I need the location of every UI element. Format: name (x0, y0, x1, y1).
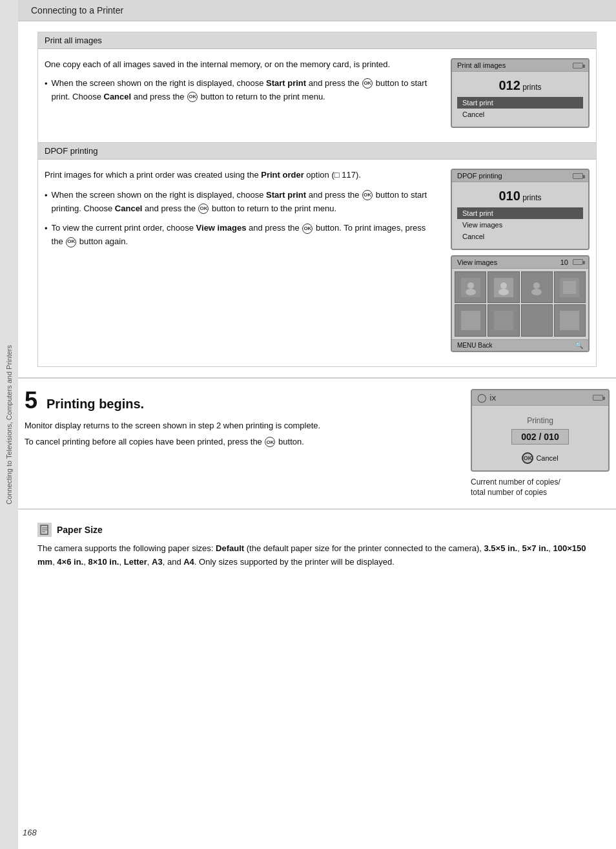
header-title: Connecting to a Printer (31, 5, 123, 16)
ok-icon-1: OK (362, 78, 373, 89)
svg-rect-11 (461, 311, 480, 330)
view-images-grid (452, 269, 588, 339)
ok-icon-dpof-2: OK (198, 204, 209, 214)
step5-title: Printing begins. (46, 397, 144, 412)
dpof-menu-start: Start print (457, 207, 583, 219)
step5-text: 5 Printing begins. Monitor display retur… (25, 389, 458, 499)
view-images-screen: View images 10 (451, 255, 590, 352)
printing-body: Printing 002 / 010 OK Cancel (472, 406, 608, 470)
print-all-title: Print all images (45, 36, 102, 45)
dpof-screen-menu: Start print View images Cancel (457, 207, 583, 242)
dpof-camera-screen: DPOF printing 010 prints Start print Vie… (451, 169, 590, 250)
svg-point-2 (466, 289, 476, 295)
battery-icon (573, 63, 583, 68)
bullet-dot: • (45, 78, 48, 104)
step5-section: 5 Printing begins. Monitor display retur… (18, 378, 616, 510)
dpof-section: DPOF printing Print images for which a p… (37, 143, 597, 367)
paper-size-title: Paper Size (57, 525, 103, 535)
svg-point-5 (498, 289, 509, 295)
page-header: Connecting to a Printer (18, 0, 616, 21)
print-all-camera-screen: Print all images 012 prints Start print … (451, 58, 590, 128)
screen-title: Print all images (457, 61, 506, 69)
dpof-title: DPOF printing (45, 146, 98, 156)
printing-cancel-row: OK Cancel (477, 452, 603, 464)
dpof-screen-title: DPOF printing (457, 172, 502, 180)
svg-rect-13 (527, 311, 546, 330)
thumbnail-2 (488, 271, 519, 303)
svg-point-7 (533, 282, 540, 289)
content-area: Print all images One copy each of all im… (18, 21, 616, 377)
page-number: 168 (23, 828, 37, 837)
dpof-bullet2: • To view the current print order, choos… (45, 222, 438, 249)
svg-rect-12 (494, 311, 513, 330)
print-count: 012 prints (457, 78, 583, 93)
step5-screen-container: ◯ ⅸ Printing 002 / 010 OK Cancel Current… (471, 389, 610, 499)
screen-menu: Start print Cancel (457, 97, 583, 120)
thumbnail-8 (554, 304, 586, 336)
sidebar-text: Connecting to Televisions, Computers and… (5, 345, 13, 505)
dpof-menu-cancel: Cancel (457, 231, 583, 242)
zoom-icon: 🔍 (575, 342, 583, 349)
print-all-screen-container: Print all images 012 prints Start print … (451, 58, 590, 133)
paper-size-text: The camera supports the following paper … (37, 542, 597, 569)
thumbnail-5 (455, 304, 486, 336)
menu-item-cancel: Cancel (457, 109, 583, 120)
svg-rect-14 (560, 311, 579, 330)
menu-item-start: Start print (457, 97, 583, 109)
step5-heading: 5 Printing begins. (25, 389, 458, 417)
main-content: Connecting to a Printer Print all images… (18, 0, 616, 849)
screen-body: 012 prints Start print Cancel (452, 72, 588, 127)
step5-para1: Monitor display returns to the screen sh… (25, 421, 458, 430)
view-images-count: 10 (560, 258, 583, 266)
svg-point-1 (467, 282, 474, 289)
thumbnail-7 (521, 304, 553, 336)
dpof-screen-body: 010 prints Start print View images Cance… (452, 182, 588, 249)
printing-topbar: ◯ ⅸ (472, 390, 608, 406)
dpof-screen-titlebar: DPOF printing (452, 170, 588, 182)
print-all-section: Print all images One copy each of all im… (37, 32, 597, 143)
ok-icon-dpof-3: OK (302, 224, 313, 234)
print-all-desc: One copy each of all images saved in the… (45, 58, 438, 72)
dpof-screens-container: DPOF printing 010 prints Start print Vie… (451, 169, 590, 357)
print-all-body: One copy each of all images saved in the… (38, 49, 596, 142)
view-images-topbar: View images 10 (452, 257, 588, 269)
step5-number: 5 (25, 389, 37, 412)
printing-icons: ◯ ⅸ (477, 393, 497, 403)
menu-back-label: MENU Back (457, 342, 492, 349)
printing-count: 002 / 010 (511, 429, 568, 445)
bullet-dot-dpof2: • (45, 222, 48, 249)
ok-icon-2: OK (187, 92, 198, 102)
print-all-header: Print all images (38, 32, 596, 49)
step5-para2: To cancel printing before all copies hav… (25, 437, 458, 448)
screen-titlebar: Print all images (452, 59, 588, 72)
thumbnail-4 (554, 271, 586, 303)
printing-label: Printing (477, 416, 603, 425)
dpof-menu-view: View images (457, 219, 583, 231)
print-all-bullet1: • When the screen shown on the right is … (45, 77, 438, 104)
sidebar: Connecting to Televisions, Computers and… (0, 0, 18, 849)
printing-cancel-label: Cancel (536, 454, 558, 462)
thumbnail-1 (455, 271, 486, 303)
dpof-desc: Print images for which a print order was… (45, 169, 438, 182)
bullet-dot-dpof: • (45, 189, 48, 216)
svg-rect-10 (563, 281, 576, 294)
thumbnail-6 (488, 304, 519, 336)
dpof-text: Print images for which a print order was… (45, 169, 438, 249)
ok-icon-dpof-1: OK (362, 190, 373, 200)
thumbnail-3 (521, 271, 553, 303)
ok-icon-step5: OK (265, 437, 275, 447)
view-images-label: View images (457, 258, 497, 266)
svg-point-8 (531, 289, 542, 295)
printing-caption: Current number of copies/total number of… (471, 477, 610, 499)
dpof-battery-icon (573, 173, 583, 179)
print-all-text: One copy each of all images saved in the… (45, 58, 438, 133)
ok-button-printing: OK (522, 452, 533, 464)
printing-battery (593, 395, 603, 401)
power-icon: ◯ ⅸ (477, 393, 497, 403)
paper-size-title-row: Paper Size (37, 523, 597, 537)
printing-screen: ◯ ⅸ Printing 002 / 010 OK Cancel (471, 389, 610, 472)
svg-point-4 (500, 282, 507, 289)
ok-icon-dpof-4: OK (66, 237, 76, 247)
dpof-header: DPOF printing (38, 143, 596, 160)
dpof-body: Print images for which a print order was… (38, 160, 596, 366)
